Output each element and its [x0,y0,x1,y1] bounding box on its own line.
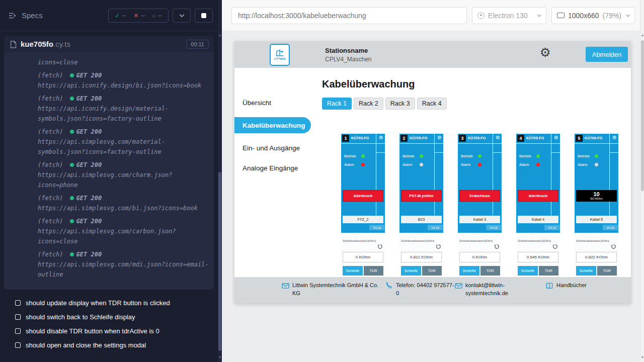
footer-phone[interactable]: Telefon: 04402 972577-0 [385,282,455,298]
scrollbar-thumb[interactable] [641,40,644,191]
sidebar-item-kabelueberwachung[interactable]: Kabelüberwachung [234,117,311,133]
log-entry[interactable]: (fetch)GET 200 https://api.simplesvg.com… [38,127,209,157]
log-prefix: (fetch) [38,218,63,225]
scroll-up-icon[interactable]: ▲ [218,33,222,37]
browser-select[interactable]: Electron 130 [472,7,546,24]
log-entry[interactable]: icons=close [38,57,209,67]
refresh-icon[interactable] [611,244,616,249]
viewport-icon [557,13,565,18]
stop-tests-button[interactable] [195,9,213,23]
book-icon [545,282,553,290]
sidebar-item-analoge-eingaenge[interactable]: Analoge Eingänge [234,162,311,173]
log-url: https://api.simplesvg.com/mdi.json?icons… [38,259,212,280]
log-entry[interactable]: (fetch)GET 200 https://api.simplesvg.com… [38,216,209,246]
email-address[interactable]: kontakt@littwin-systemtechnik.de [465,282,513,298]
collapse-panel-button[interactable] [173,9,191,23]
card-gear-icon[interactable]: ⚙ [612,135,617,140]
success-dot-icon [70,73,74,77]
betrieb-label: Betrieb [344,154,361,158]
test-item[interactable]: should open and close the settings modal [0,338,218,352]
iso-value: 10 [593,192,599,197]
specs-list-icon[interactable] [8,12,17,20]
refresh-icon[interactable] [436,244,441,249]
scroll-down-icon[interactable]: ▼ [218,355,222,359]
refresh-icon[interactable] [494,244,500,249]
card-gear-icon[interactable]: ⚙ [437,135,442,140]
tdr-button[interactable]: TDR [422,266,442,276]
log-entry[interactable]: (fetch)GET 200 https://api.iconify.desig… [38,94,209,124]
spec-timer: 00:11 [186,40,209,49]
sidebar-item-uebersicht[interactable]: Übersicht [234,97,311,108]
log-entry[interactable]: (fetch)GET 200 https://api.simplesvg.com… [38,193,209,213]
footer-manuals[interactable]: Handbücher [545,282,587,290]
version-badge: V4.19 [603,225,618,230]
viewport-select[interactable]: 1000x660 (79%) [551,7,635,24]
tab-rack-3[interactable]: Rack 3 [385,98,415,110]
betrieb-led [536,154,540,158]
log-entry[interactable]: (fetch)GET 200 https://api.iconify.desig… [38,70,209,90]
settings-gear-icon[interactable]: ⚙ [540,46,551,59]
alarm-label: Alarm [578,162,595,167]
spec-name: kue705fo [21,40,53,48]
reporter-scrollbar[interactable]: ▲ ▼ [218,0,222,362]
schleife-button[interactable]: Schleife [518,266,538,276]
spec-extension: .cy.ts [53,40,70,48]
card-gear-icon[interactable]: ⚙ [554,135,558,140]
alarm-label: Alarm [461,162,478,167]
scroll-down-icon[interactable]: ▼ [640,355,644,359]
littwin-logo: LITTWIN [270,44,290,66]
card-number: 3 [459,135,466,142]
log-status: GET 200 [76,95,102,102]
log-url: https://api.simplesvg.com/material-symbo… [38,137,212,157]
tdr-button[interactable]: TDR [539,266,559,276]
card-lower-panel: Schleifenwiderstand [kOhm] 0 KOhm Schlei… [458,233,502,277]
card-gear-icon[interactable]: ⚙ [496,135,500,140]
browser-name: Electron 130 [488,12,528,20]
browser-url-bar: Electron 130 1000x660 (79%) [222,0,640,31]
test-stats: ✓-- ✕-- ○-- [108,9,169,23]
station-info: Stationsname CPLV4_Maschen [325,47,372,63]
success-dot-icon [70,97,74,101]
card-lower-panel: Schleifenwiderstand [kOhm] 0.822 KOhm Sc… [575,233,618,277]
log-prefix: (fetch) [38,161,63,168]
alarm-led [478,163,481,166]
refresh-icon[interactable] [552,244,558,249]
tab-rack-4[interactable]: Rack 4 [417,98,447,110]
logout-button[interactable]: Abmelden [586,47,628,62]
log-entry[interactable]: (fetch)GET 200 https://api.simplesvg.com… [38,249,209,280]
url-input[interactable] [231,7,467,24]
manuals-link[interactable]: Handbücher [556,282,587,290]
test-item[interactable]: should update display when TDR button is… [0,296,218,310]
refresh-icon[interactable] [377,244,383,249]
divider [610,152,618,153]
tab-rack-2[interactable]: Rack 2 [354,98,383,110]
app-sidebar: Übersicht Kabelüberwachung Ein- und Ausg… [234,68,311,277]
tdr-button[interactable]: TDR [364,266,384,276]
log-entry[interactable]: (fetch)GET 200 https://api.simplesvg.com… [38,160,209,190]
card-gear-icon[interactable]: ⚙ [379,135,383,140]
footer-email[interactable]: kontakt@littwin-systemtechnik.de [455,282,513,298]
betrieb-row: Betrieb [578,154,598,158]
page-scrollbar[interactable]: ▲ ▼ [640,0,644,362]
sidebar-item-ein-und-ausgaenge[interactable]: Ein- und Ausgänge [234,142,311,153]
scrollbar-thumb[interactable] [218,172,221,351]
schleife-button[interactable]: Schleife [576,266,596,276]
phone-number[interactable]: Telefon: 04402 972577-0 [396,282,455,298]
tdr-button[interactable]: TDR [480,266,501,276]
specs-label[interactable]: Specs [22,11,43,20]
log-url: https://api.simplesvg.com/charm.json?ico… [38,170,212,190]
scroll-up-icon[interactable]: ▲ [640,33,644,37]
test-item[interactable]: should switch back to Schleife display [0,310,218,324]
spec-header[interactable]: kue705fo.cy.ts 00:11 [4,36,214,52]
schleife-button[interactable]: Schleife [401,266,421,276]
resistance-label: Schleifenwiderstand [kOhm] [343,239,376,242]
schleife-button[interactable]: Schleife [343,266,363,276]
version-badge: V4.19 [428,225,443,230]
stat-pending: ○-- [152,12,162,19]
tab-rack-1[interactable]: Rack 1 [322,98,352,110]
test-item[interactable]: should disable TDR button when tdrActive… [0,324,218,338]
tdr-button[interactable]: TDR [597,266,617,276]
test-pending-icon [15,328,21,334]
log-prefix: (fetch) [38,195,63,202]
schleife-button[interactable]: Schleife [459,266,479,276]
